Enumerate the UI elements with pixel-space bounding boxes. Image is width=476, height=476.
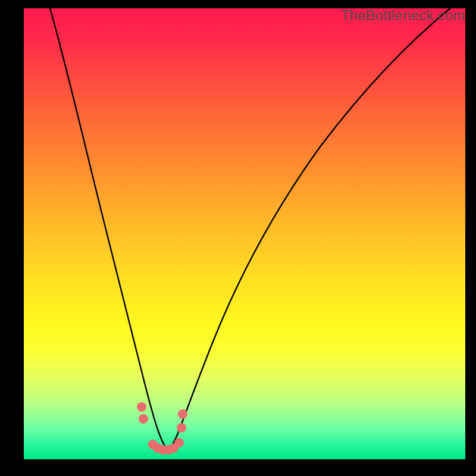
- watermark-text: TheBottleneck.com: [341, 7, 465, 24]
- svg-point-8: [177, 423, 186, 433]
- curve-path: [50, 8, 465, 448]
- bottleneck-curve: [24, 8, 465, 459]
- svg-point-7: [174, 438, 184, 447]
- svg-point-9: [178, 409, 187, 419]
- svg-point-1: [139, 414, 148, 424]
- trough-markers: [137, 402, 187, 455]
- plot-area: [24, 8, 465, 459]
- chart-frame: TheBottleneck.com: [0, 0, 476, 476]
- svg-point-0: [137, 402, 146, 412]
